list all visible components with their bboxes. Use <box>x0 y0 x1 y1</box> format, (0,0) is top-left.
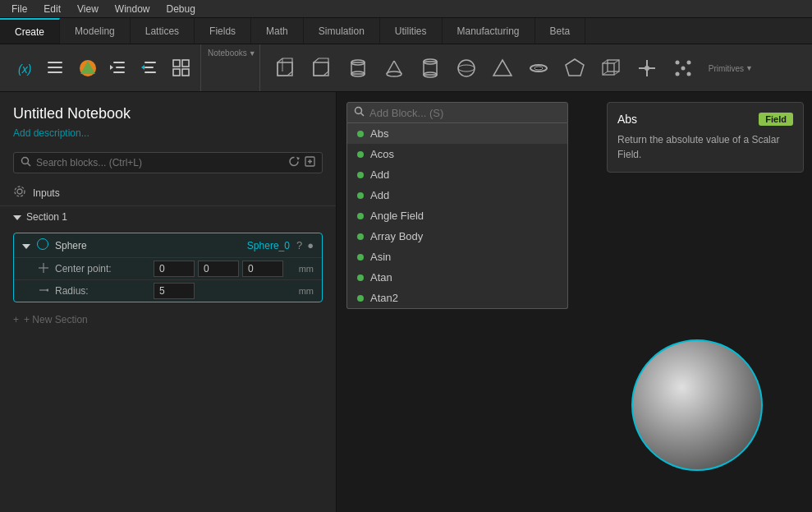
abs-label: Abs <box>370 127 388 140</box>
add-block-input-row <box>346 102 568 123</box>
tab-create[interactable]: Create <box>0 18 60 44</box>
atan2-dot <box>357 295 364 302</box>
svg-point-26 <box>387 71 401 76</box>
primitives-arrow: ▼ <box>745 64 753 72</box>
dropdown-item-atan[interactable]: Atan <box>347 267 567 288</box>
tab-utilities[interactable]: Utilities <box>380 18 443 44</box>
tab-simulation[interactable]: Simulation <box>304 18 380 44</box>
add2-label: Add <box>370 189 389 201</box>
notebooks-arrow: ▼ <box>249 49 256 58</box>
svg-point-32 <box>458 60 475 76</box>
prim-box-col <box>268 54 303 82</box>
svg-marker-9 <box>110 65 113 70</box>
menu-window[interactable]: Window <box>107 2 158 16</box>
prim-cylinder2[interactable] <box>416 54 444 82</box>
prim-cyl2-col <box>413 54 447 82</box>
dropdown-item-add1[interactable]: Add <box>347 164 567 185</box>
center-z-input[interactable] <box>242 261 283 277</box>
sphere-help-icon[interactable]: ? <box>296 239 302 251</box>
dropdown-item-abs[interactable]: Abs <box>347 123 567 144</box>
prim-box2-col <box>305 54 339 82</box>
svg-text:(x): (x) <box>18 62 31 76</box>
svg-point-47 <box>645 66 649 71</box>
tooltip-badge: Field <box>759 113 793 126</box>
prim-box2[interactable] <box>308 54 336 82</box>
anglefield-label: Angle Field <box>370 210 424 222</box>
prim-torus[interactable] <box>525 54 553 82</box>
prim-dots[interactable] <box>669 54 697 82</box>
inputs-label: Inputs <box>33 187 60 199</box>
dropdown-item-acos[interactable]: Acos <box>347 144 567 164</box>
prim-pyramid[interactable] <box>489 54 516 82</box>
notebooks-label[interactable]: Notebooks ▼ <box>208 48 256 58</box>
refresh-icon[interactable] <box>289 156 300 169</box>
dropdown-item-arraybody[interactable]: Array Body <box>347 226 567 247</box>
grid-button[interactable] <box>167 54 195 82</box>
radius-field: Radius: mm <box>14 279 322 302</box>
svg-rect-16 <box>173 69 180 76</box>
variable-button[interactable]: (x) <box>11 54 39 82</box>
svg-marker-19 <box>278 58 292 76</box>
tooltip-title: Abs <box>617 113 637 126</box>
radius-icon <box>39 285 48 298</box>
svg-rect-12 <box>145 71 156 73</box>
new-section-button[interactable]: + + New Section <box>0 307 336 332</box>
menu-edit[interactable]: Edit <box>35 2 69 16</box>
prim-cylinder[interactable] <box>344 54 372 82</box>
center-y-input[interactable] <box>198 261 239 277</box>
svg-point-60 <box>15 187 25 196</box>
outdent-button[interactable] <box>136 54 164 82</box>
toolbar: (x) <box>0 44 812 92</box>
dropdown-item-add2[interactable]: Add <box>347 185 567 205</box>
prim-wirebox[interactable] <box>597 54 625 82</box>
inputs-section[interactable]: Inputs <box>0 180 336 206</box>
svg-line-66 <box>361 113 365 117</box>
primitives-label[interactable]: Primitives ▼ <box>709 64 753 73</box>
search-input[interactable] <box>36 157 289 168</box>
tab-bar: Create Modeling Lattices Fields Math Sim… <box>0 18 812 44</box>
tab-modeling[interactable]: Modeling <box>60 18 131 44</box>
svg-rect-39 <box>603 63 614 75</box>
menu-debug[interactable]: Debug <box>158 2 204 16</box>
prim-pentagon[interactable] <box>561 54 589 82</box>
menu-view[interactable]: View <box>69 2 107 16</box>
prim-box[interactable] <box>272 54 300 82</box>
sphere-menu-icon[interactable]: ● <box>307 239 314 251</box>
toolbar-primitives-group: Primitives ▼ <box>264 44 805 91</box>
prim-cross[interactable] <box>633 54 661 82</box>
section1-header[interactable]: Section 1 <box>0 206 336 228</box>
sphere-expand-icon[interactable] <box>22 240 30 251</box>
tab-manufacturing[interactable]: Manufacturing <box>443 18 535 44</box>
arraybody-label: Array Body <box>370 230 423 242</box>
svg-point-51 <box>686 71 690 76</box>
section1-expand-icon <box>13 211 21 223</box>
tab-beta[interactable]: Beta <box>535 18 586 44</box>
dropdown-item-asin[interactable]: Asin <box>347 247 567 267</box>
arraybody-dot <box>357 233 364 240</box>
notebook-description[interactable]: Add description... <box>13 127 323 139</box>
indent-button[interactable] <box>105 54 133 82</box>
svg-point-52 <box>681 66 685 70</box>
radius-label: Radius: <box>55 285 154 297</box>
radius-input[interactable] <box>154 283 195 299</box>
prim-sphere[interactable] <box>452 54 480 82</box>
add-block-input[interactable] <box>369 107 561 119</box>
dropdown-item-anglefield[interactable]: Angle Field <box>347 205 567 226</box>
prim-sphere-col <box>449 54 484 82</box>
atan-dot <box>357 274 364 281</box>
sphere-block: Sphere Sphere_0 ? ● Center point: mm <box>13 233 323 302</box>
svg-point-59 <box>17 189 22 194</box>
viewport: Abs Acos Add Add <box>337 92 812 512</box>
shape-button[interactable] <box>74 54 102 82</box>
tooltip: Abs Field Return the absolute value of a… <box>607 102 804 173</box>
list-button[interactable] <box>43 54 71 82</box>
center-x-input[interactable] <box>154 261 195 277</box>
prim-cone[interactable] <box>380 54 408 82</box>
tab-fields[interactable]: Fields <box>195 18 251 44</box>
dropdown-item-atan2[interactable]: Atan2 <box>347 288 567 308</box>
sidebar: Untitled Notebook Add description... <box>0 92 337 512</box>
add-block-icon[interactable] <box>305 156 315 169</box>
menu-file[interactable]: File <box>3 2 35 16</box>
tab-math[interactable]: Math <box>251 18 304 44</box>
tab-lattices[interactable]: Lattices <box>131 18 195 44</box>
